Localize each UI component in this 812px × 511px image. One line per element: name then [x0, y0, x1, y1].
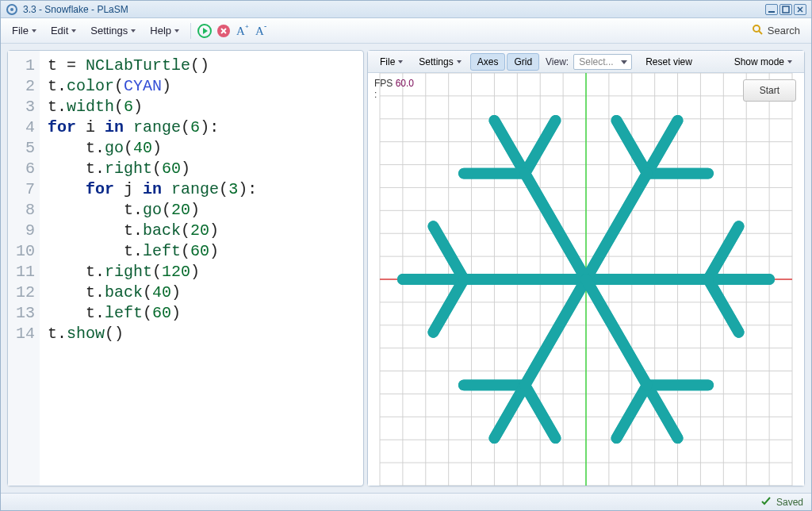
svg-text:A: A: [255, 25, 264, 37]
svg-line-72: [586, 174, 647, 279]
viewer-file-label: File: [380, 56, 395, 67]
viewer-settings-label: Settings: [419, 56, 453, 67]
toggle-axes[interactable]: Axes: [470, 53, 506, 71]
menu-help-label: Help: [150, 25, 171, 36]
svg-text:-: -: [264, 24, 266, 30]
fps-value: 60.0: [396, 78, 414, 89]
show-mode-label: Show mode: [734, 56, 784, 67]
statusbar: Saved: [1, 493, 811, 510]
search-icon: [752, 24, 763, 37]
line-gutter: 1234567891011121314: [8, 51, 40, 486]
run-button[interactable]: [196, 22, 213, 40]
viewer-canvas[interactable]: FPS 60.0: Start: [368, 73, 804, 486]
font-increase-button[interactable]: A+: [234, 22, 251, 40]
search-button[interactable]: Search: [745, 21, 806, 40]
svg-text:A: A: [236, 25, 245, 37]
viewer-menu-settings[interactable]: Settings: [412, 53, 468, 71]
grid-canvas: [368, 73, 804, 486]
maximize-button[interactable]: [779, 4, 792, 15]
menu-file-label: File: [12, 25, 29, 36]
svg-point-1: [10, 8, 13, 11]
caret-icon: [32, 29, 36, 33]
status-text: Saved: [776, 497, 803, 508]
titlebar: 3.3 - Snowflake - PLaSM: [1, 1, 811, 18]
app-icon: [6, 3, 18, 16]
search-label: Search: [768, 25, 800, 36]
svg-rect-3: [783, 6, 789, 13]
svg-text:+: +: [245, 24, 249, 30]
fps-readout: FPS 60.0:: [374, 78, 414, 100]
caret-icon: [398, 60, 403, 63]
menu-settings[interactable]: Settings: [84, 21, 142, 40]
app-window: 3.3 - Snowflake - PLaSM File Edit Settin…: [0, 0, 812, 511]
svg-line-101: [647, 385, 678, 438]
menubar: File Edit Settings Help A+ A- Search: [1, 18, 811, 44]
code-editor-pane: 1234567891011121314 t = NCLabTurtle() t.…: [7, 50, 364, 486]
minimize-button[interactable]: [765, 4, 778, 15]
window-controls: [765, 4, 806, 15]
caret-icon: [131, 29, 136, 33]
menu-edit-label: Edit: [51, 25, 68, 36]
reset-view-label: Reset view: [645, 56, 692, 67]
content-area: 1234567891011121314 t = NCLabTurtle() t.…: [1, 44, 811, 493]
menu-settings-label: Settings: [90, 25, 128, 36]
close-button[interactable]: [794, 4, 806, 15]
toolbar-divider: [190, 23, 191, 39]
stop-button[interactable]: [215, 22, 232, 40]
view-select[interactable]: Select...: [573, 54, 632, 70]
caret-icon: [71, 29, 76, 33]
svg-line-93: [494, 385, 525, 438]
svg-marker-7: [203, 28, 208, 34]
viewer-menu-file[interactable]: File: [373, 53, 410, 71]
reset-view-button[interactable]: Reset view: [638, 53, 699, 71]
font-decrease-button[interactable]: A-: [253, 22, 270, 40]
caret-icon: [457, 60, 462, 63]
viewer-pane: File Settings Axes Grid View: Select... …: [367, 50, 805, 486]
code-body[interactable]: t = NCLabTurtle() t.color(CYAN) t.width(…: [40, 51, 265, 486]
caret-icon: [787, 60, 792, 63]
menu-edit[interactable]: Edit: [44, 21, 82, 40]
start-button[interactable]: Start: [743, 79, 796, 102]
grid-label: Grid: [514, 56, 532, 67]
svg-line-80: [525, 174, 586, 279]
toggle-grid[interactable]: Grid: [507, 53, 539, 71]
viewer-toolbar: File Settings Axes Grid View: Select... …: [368, 51, 804, 73]
caret-icon: [174, 29, 179, 33]
menu-file[interactable]: File: [6, 21, 43, 40]
svg-line-16: [759, 31, 762, 34]
svg-line-69: [647, 121, 678, 174]
svg-line-77: [494, 121, 525, 174]
svg-line-96: [525, 279, 586, 385]
check-icon: [760, 495, 772, 509]
view-selected-value: Select...: [579, 56, 613, 67]
fps-label: FPS: [374, 78, 393, 89]
show-mode-menu[interactable]: Show mode: [727, 53, 799, 71]
axes-label: Axes: [477, 56, 499, 67]
fps-extra: :: [374, 89, 377, 100]
svg-point-15: [753, 25, 760, 32]
svg-line-104: [586, 279, 647, 385]
menu-help[interactable]: Help: [144, 21, 186, 40]
window-title: 3.3 - Snowflake - PLaSM: [23, 4, 765, 15]
code-editor[interactable]: 1234567891011121314 t = NCLabTurtle() t.…: [8, 51, 363, 486]
view-label: View:: [546, 56, 569, 67]
